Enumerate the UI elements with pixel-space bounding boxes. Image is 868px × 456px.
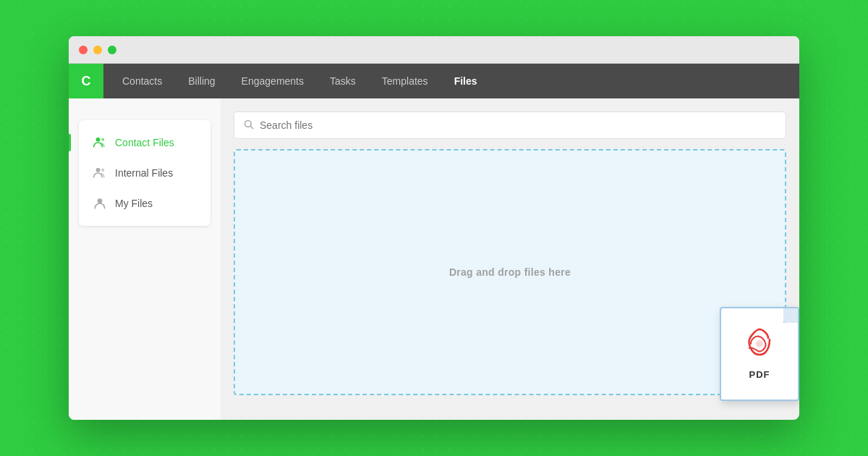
content-area: Drag and drop files here [221,98,799,420]
svg-point-2 [96,168,101,172]
search-input[interactable] [260,119,777,131]
svg-point-3 [101,169,104,172]
sidebar-label-my-files: My Files [115,198,153,209]
pdf-file-icon: PDF [720,307,799,401]
nav-item-templates[interactable]: Templates [370,64,440,98]
sidebar-item-internal-files[interactable]: Internal Files [79,158,210,188]
pdf-icon-container: PDF [720,307,799,415]
svg-point-0 [96,138,101,142]
sidebar-item-my-files[interactable]: My Files [79,188,210,219]
sidebar: Contact Files Internal Files [69,98,221,420]
contacts-icon [92,135,108,151]
nav-item-engagements[interactable]: Engagements [230,64,315,98]
nav-item-contacts[interactable]: Contacts [111,64,174,98]
sidebar-card: Contact Files Internal Files [79,120,210,226]
sidebar-label-contact-files: Contact Files [115,137,174,148]
svg-point-4 [98,198,103,203]
pdf-label: PDF [749,369,770,380]
svg-point-1 [101,138,104,141]
nav-item-tasks[interactable]: Tasks [318,64,367,98]
nav-item-files[interactable]: Files [443,64,489,98]
titlebar [69,36,799,64]
sidebar-item-contact-files[interactable]: Contact Files [79,127,210,158]
drop-zone[interactable]: Drag and drop files here [234,149,786,395]
main-content: Contact Files Internal Files [69,98,799,420]
close-button[interactable] [79,46,88,54]
sidebar-label-internal-files: Internal Files [115,167,173,179]
maximize-button[interactable] [108,46,116,54]
search-icon [243,119,254,132]
app-window: C Contacts Billing Engagements Tasks Tem… [69,36,799,420]
nav-item-billing[interactable]: Billing [176,64,226,98]
app-logo[interactable]: C [69,64,103,98]
nav-items: Contacts Billing Engagements Tasks Templ… [111,64,489,98]
myfiles-icon [92,195,108,211]
svg-point-7 [756,340,763,347]
minimize-button[interactable] [93,46,102,54]
search-bar [234,111,786,139]
drop-zone-text: Drag and drop files here [449,266,571,278]
acrobat-icon [745,328,774,366]
internal-icon [92,165,108,181]
svg-line-6 [250,126,252,128]
navbar: C Contacts Billing Engagements Tasks Tem… [69,64,799,98]
